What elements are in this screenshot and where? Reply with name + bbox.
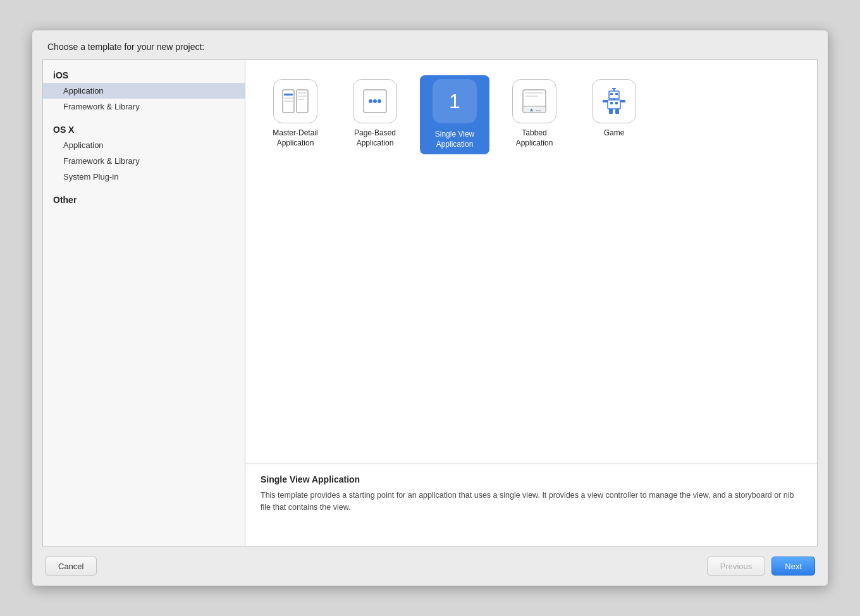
svg-rect-7 xyxy=(298,99,304,100)
svg-rect-29 xyxy=(609,109,613,114)
template-icon-single-view: 1 xyxy=(433,79,477,123)
template-icon-master-detail xyxy=(273,79,317,123)
master-detail-icon xyxy=(281,87,309,115)
svg-rect-25 xyxy=(610,102,613,104)
template-game[interactable]: Game xyxy=(579,75,649,154)
template-icon-tabbed: ★ ••• xyxy=(512,79,556,123)
nav-buttons: Previous Next xyxy=(707,557,815,576)
svg-rect-13 xyxy=(523,106,546,113)
template-page-based[interactable]: Page-BasedApplication xyxy=(340,75,410,154)
template-label-tabbed: TabbedApplication xyxy=(516,128,553,148)
sidebar-item-osx-application[interactable]: Application xyxy=(43,137,245,153)
svg-point-9 xyxy=(369,99,372,103)
svg-rect-5 xyxy=(298,92,307,94)
sidebar-item-osx-framework[interactable]: Framework & Library xyxy=(43,153,245,169)
game-icon xyxy=(600,87,628,115)
dialog-footer: Cancel Previous Next xyxy=(32,546,828,586)
svg-rect-4 xyxy=(284,101,293,102)
svg-point-10 xyxy=(373,99,377,103)
svg-rect-30 xyxy=(615,109,619,114)
description-area: Single View Application This template pr… xyxy=(245,464,817,546)
svg-rect-3 xyxy=(284,97,293,99)
sidebar-item-ios-application[interactable]: Application xyxy=(43,83,245,99)
sidebar-item-ios-framework[interactable]: Framework & Library xyxy=(43,99,245,114)
svg-rect-18 xyxy=(609,91,619,99)
svg-point-11 xyxy=(378,99,381,103)
content-area: Master-DetailApplication Page-BasedAppli… xyxy=(245,60,817,546)
template-icon-page-based xyxy=(353,79,397,123)
template-label-game: Game xyxy=(604,128,625,139)
template-label-master-detail: Master-DetailApplication xyxy=(273,128,317,148)
sidebar-section-osx: OS X xyxy=(43,120,245,137)
next-button[interactable]: Next xyxy=(771,557,815,576)
sidebar-section-other: Other xyxy=(43,190,245,207)
svg-rect-22 xyxy=(612,88,616,89)
sidebar-section-ios: iOS xyxy=(43,65,245,83)
template-icon-game xyxy=(592,79,636,123)
template-tabbed[interactable]: ★ ••• TabbedApplication xyxy=(500,75,569,154)
template-master-detail[interactable]: Master-DetailApplication xyxy=(261,75,330,154)
cancel-button[interactable]: Cancel xyxy=(45,557,97,576)
svg-text:★: ★ xyxy=(529,108,534,113)
dialog-body: iOS Application Framework & Library OS X… xyxy=(42,59,818,546)
template-label-page-based: Page-BasedApplication xyxy=(354,128,396,148)
svg-rect-6 xyxy=(298,95,307,97)
previous-button[interactable]: Previous xyxy=(707,557,766,576)
svg-text:•••: ••• xyxy=(536,108,541,113)
sidebar: iOS Application Framework & Library OS X… xyxy=(43,60,245,546)
sidebar-item-osx-plugin[interactable]: System Plug-in xyxy=(43,169,245,185)
svg-rect-16 xyxy=(525,92,543,94)
svg-rect-27 xyxy=(603,100,608,102)
svg-rect-19 xyxy=(610,93,613,95)
page-based-icon xyxy=(361,87,389,115)
description-title: Single View Application xyxy=(261,474,802,484)
svg-rect-17 xyxy=(525,95,538,97)
tabbed-icon: ★ ••• xyxy=(520,87,548,115)
description-text: This template provides a starting point … xyxy=(261,490,802,514)
template-single-view[interactable]: 1 Single ViewApplication xyxy=(420,75,489,154)
template-label-single-view: Single ViewApplication xyxy=(433,128,477,151)
templates-grid: Master-DetailApplication Page-BasedAppli… xyxy=(245,60,817,464)
svg-rect-20 xyxy=(615,93,618,95)
dialog-header: Choose a template for your new project: xyxy=(32,30,828,59)
svg-rect-2 xyxy=(284,94,293,95)
svg-rect-28 xyxy=(620,100,625,102)
svg-rect-24 xyxy=(608,100,620,109)
svg-rect-26 xyxy=(615,102,618,104)
header-title: Choose a template for your new project: xyxy=(47,42,204,52)
single-view-number-icon: 1 xyxy=(449,90,460,113)
new-project-dialog: Choose a template for your new project: … xyxy=(32,30,828,586)
